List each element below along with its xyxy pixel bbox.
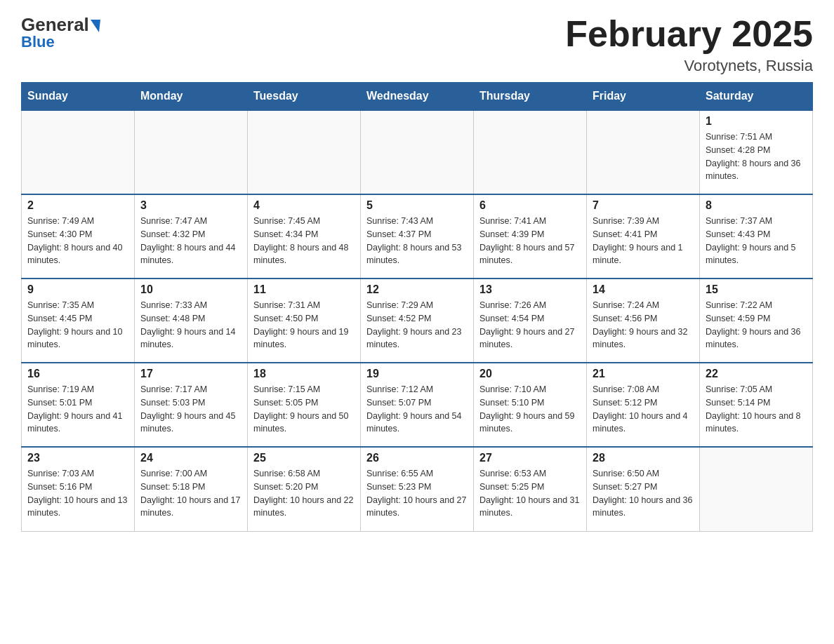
- calendar-cell: 15Sunrise: 7:22 AMSunset: 4:59 PMDayligh…: [700, 279, 813, 363]
- day-info: Sunrise: 7:35 AMSunset: 4:45 PMDaylight:…: [27, 299, 128, 351]
- calendar-cell: [22, 110, 135, 194]
- day-info: Sunrise: 7:15 AMSunset: 5:05 PMDaylight:…: [253, 383, 355, 436]
- calendar-cell: 4Sunrise: 7:45 AMSunset: 4:34 PMDaylight…: [248, 194, 361, 279]
- day-number: 14: [593, 283, 694, 296]
- day-number: 9: [27, 283, 128, 296]
- day-number: 7: [593, 199, 694, 212]
- day-info: Sunrise: 7:17 AMSunset: 5:03 PMDaylight:…: [140, 383, 241, 436]
- day-number: 17: [140, 368, 241, 380]
- day-number: 20: [479, 368, 581, 380]
- day-number: 13: [479, 283, 581, 296]
- day-info: Sunrise: 7:51 AMSunset: 4:28 PMDaylight:…: [706, 130, 807, 183]
- day-info: Sunrise: 7:45 AMSunset: 4:34 PMDaylight:…: [253, 215, 355, 267]
- col-friday: Friday: [587, 83, 700, 111]
- day-number: 19: [366, 368, 468, 380]
- day-info: Sunrise: 7:41 AMSunset: 4:39 PMDaylight:…: [479, 215, 581, 267]
- calendar-cell: 3Sunrise: 7:47 AMSunset: 4:32 PMDaylight…: [135, 194, 248, 279]
- day-info: Sunrise: 7:31 AMSunset: 4:50 PMDaylight:…: [253, 299, 355, 351]
- calendar-week-row: 9Sunrise: 7:35 AMSunset: 4:45 PMDaylight…: [22, 279, 813, 363]
- calendar-cell: 24Sunrise: 7:00 AMSunset: 5:18 PMDayligh…: [135, 447, 248, 531]
- day-info: Sunrise: 7:03 AMSunset: 5:16 PMDaylight:…: [27, 467, 128, 520]
- day-number: 23: [27, 452, 128, 464]
- day-number: 3: [140, 199, 241, 212]
- day-info: Sunrise: 7:05 AMSunset: 5:14 PMDaylight:…: [706, 383, 807, 436]
- day-number: 18: [253, 368, 355, 380]
- calendar-cell: 22Sunrise: 7:05 AMSunset: 5:14 PMDayligh…: [700, 363, 813, 447]
- calendar-week-row: 1Sunrise: 7:51 AMSunset: 4:28 PMDaylight…: [22, 110, 813, 194]
- calendar-cell: [361, 110, 474, 194]
- day-info: Sunrise: 7:47 AMSunset: 4:32 PMDaylight:…: [140, 215, 241, 267]
- calendar-cell: 12Sunrise: 7:29 AMSunset: 4:52 PMDayligh…: [361, 279, 474, 363]
- calendar-cell: 2Sunrise: 7:49 AMSunset: 4:30 PMDaylight…: [22, 194, 135, 279]
- day-info: Sunrise: 7:29 AMSunset: 4:52 PMDaylight:…: [366, 299, 468, 351]
- calendar-cell: 8Sunrise: 7:37 AMSunset: 4:43 PMDaylight…: [700, 194, 813, 279]
- logo-triangle-icon: [91, 20, 100, 32]
- logo: General Blue: [21, 14, 100, 51]
- calendar-cell: 6Sunrise: 7:41 AMSunset: 4:39 PMDaylight…: [474, 194, 587, 279]
- day-info: Sunrise: 7:24 AMSunset: 4:56 PMDaylight:…: [593, 299, 694, 351]
- calendar-cell: 25Sunrise: 6:58 AMSunset: 5:20 PMDayligh…: [248, 447, 361, 531]
- day-number: 6: [479, 199, 581, 212]
- day-info: Sunrise: 7:00 AMSunset: 5:18 PMDaylight:…: [140, 467, 241, 520]
- day-number: 1: [706, 115, 807, 128]
- calendar-cell: [587, 110, 700, 194]
- day-info: Sunrise: 7:22 AMSunset: 4:59 PMDaylight:…: [706, 299, 807, 351]
- calendar-cell: 13Sunrise: 7:26 AMSunset: 4:54 PMDayligh…: [474, 279, 587, 363]
- calendar-cell: 17Sunrise: 7:17 AMSunset: 5:03 PMDayligh…: [135, 363, 248, 447]
- col-saturday: Saturday: [700, 83, 813, 111]
- day-info: Sunrise: 7:43 AMSunset: 4:37 PMDaylight:…: [366, 215, 468, 267]
- calendar-cell: 5Sunrise: 7:43 AMSunset: 4:37 PMDaylight…: [361, 194, 474, 279]
- location-subtitle: Vorotynets, Russia: [565, 57, 813, 75]
- day-info: Sunrise: 7:19 AMSunset: 5:01 PMDaylight:…: [27, 383, 128, 436]
- day-number: 2: [27, 199, 128, 212]
- calendar-week-row: 16Sunrise: 7:19 AMSunset: 5:01 PMDayligh…: [22, 363, 813, 447]
- day-number: 26: [366, 452, 468, 464]
- day-info: Sunrise: 6:58 AMSunset: 5:20 PMDaylight:…: [253, 467, 355, 520]
- day-number: 21: [593, 368, 694, 380]
- day-info: Sunrise: 7:12 AMSunset: 5:07 PMDaylight:…: [366, 383, 468, 436]
- day-number: 15: [706, 283, 807, 296]
- calendar-cell: 28Sunrise: 6:50 AMSunset: 5:27 PMDayligh…: [587, 447, 700, 531]
- calendar-cell: 1Sunrise: 7:51 AMSunset: 4:28 PMDaylight…: [700, 110, 813, 194]
- day-number: 4: [253, 199, 355, 212]
- day-info: Sunrise: 7:39 AMSunset: 4:41 PMDaylight:…: [593, 215, 694, 267]
- calendar-cell: [700, 447, 813, 531]
- calendar-cell: 18Sunrise: 7:15 AMSunset: 5:05 PMDayligh…: [248, 363, 361, 447]
- day-number: 25: [253, 452, 355, 464]
- col-sunday: Sunday: [22, 83, 135, 111]
- day-number: 16: [27, 368, 128, 380]
- day-info: Sunrise: 6:50 AMSunset: 5:27 PMDaylight:…: [593, 467, 694, 520]
- day-number: 8: [706, 199, 807, 212]
- day-number: 10: [140, 283, 241, 296]
- calendar-cell: 27Sunrise: 6:53 AMSunset: 5:25 PMDayligh…: [474, 447, 587, 531]
- calendar-cell: 10Sunrise: 7:33 AMSunset: 4:48 PMDayligh…: [135, 279, 248, 363]
- calendar-cell: [248, 110, 361, 194]
- day-number: 5: [366, 199, 468, 212]
- calendar-cell: 14Sunrise: 7:24 AMSunset: 4:56 PMDayligh…: [587, 279, 700, 363]
- calendar-header-row: Sunday Monday Tuesday Wednesday Thursday…: [22, 83, 813, 111]
- calendar-cell: 23Sunrise: 7:03 AMSunset: 5:16 PMDayligh…: [22, 447, 135, 531]
- logo-bottom-text: Blue: [21, 33, 55, 51]
- day-info: Sunrise: 7:10 AMSunset: 5:10 PMDaylight:…: [479, 383, 581, 436]
- col-thursday: Thursday: [474, 83, 587, 111]
- day-info: Sunrise: 6:53 AMSunset: 5:25 PMDaylight:…: [479, 467, 581, 520]
- calendar-cell: 21Sunrise: 7:08 AMSunset: 5:12 PMDayligh…: [587, 363, 700, 447]
- calendar-cell: [474, 110, 587, 194]
- calendar-cell: 11Sunrise: 7:31 AMSunset: 4:50 PMDayligh…: [248, 279, 361, 363]
- calendar-cell: 20Sunrise: 7:10 AMSunset: 5:10 PMDayligh…: [474, 363, 587, 447]
- col-monday: Monday: [135, 83, 248, 111]
- day-info: Sunrise: 6:55 AMSunset: 5:23 PMDaylight:…: [366, 467, 468, 520]
- calendar-cell: 19Sunrise: 7:12 AMSunset: 5:07 PMDayligh…: [361, 363, 474, 447]
- col-tuesday: Tuesday: [248, 83, 361, 111]
- day-number: 12: [366, 283, 468, 296]
- day-number: 22: [706, 368, 807, 380]
- calendar-cell: [135, 110, 248, 194]
- day-info: Sunrise: 7:49 AMSunset: 4:30 PMDaylight:…: [27, 215, 128, 267]
- calendar-cell: 9Sunrise: 7:35 AMSunset: 4:45 PMDaylight…: [22, 279, 135, 363]
- day-number: 11: [253, 283, 355, 296]
- day-number: 28: [593, 452, 694, 464]
- calendar-table: Sunday Monday Tuesday Wednesday Thursday…: [21, 82, 813, 532]
- calendar-cell: 26Sunrise: 6:55 AMSunset: 5:23 PMDayligh…: [361, 447, 474, 531]
- day-info: Sunrise: 7:26 AMSunset: 4:54 PMDaylight:…: [479, 299, 581, 351]
- page-header: General Blue February 2025 Vorotynets, R…: [21, 14, 813, 75]
